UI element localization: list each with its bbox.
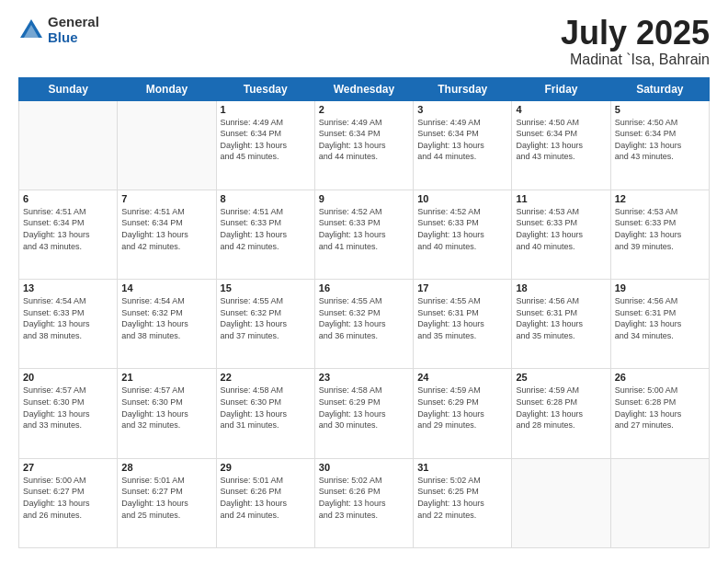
day-info: Sunrise: 4:56 AM Sunset: 6:31 PM Dayligh… (615, 295, 705, 341)
day-info: Sunrise: 4:59 AM Sunset: 6:29 PM Dayligh… (417, 385, 507, 431)
calendar-cell: 30Sunrise: 5:02 AM Sunset: 6:26 PM Dayli… (314, 458, 413, 547)
day-info: Sunrise: 4:55 AM Sunset: 6:31 PM Dayligh… (417, 295, 507, 341)
day-number: 13 (23, 282, 113, 293)
calendar-cell: 11Sunrise: 4:53 AM Sunset: 6:33 PM Dayli… (512, 190, 610, 279)
day-number: 15 (221, 282, 311, 293)
calendar-cell: 17Sunrise: 4:55 AM Sunset: 6:31 PM Dayli… (414, 280, 512, 369)
logo: General Blue (18, 15, 99, 45)
calendar-week-row: 20Sunrise: 4:57 AM Sunset: 6:30 PM Dayli… (19, 369, 710, 458)
weekday-header: Saturday (610, 77, 709, 100)
weekday-header: Thursday (414, 77, 512, 100)
calendar-cell: 23Sunrise: 4:58 AM Sunset: 6:29 PM Dayli… (314, 369, 413, 458)
weekday-header: Tuesday (216, 77, 314, 100)
weekday-header: Wednesday (314, 77, 413, 100)
calendar-cell: 19Sunrise: 4:56 AM Sunset: 6:31 PM Dayli… (610, 280, 709, 369)
title-month: July 2025 (561, 15, 710, 52)
day-number: 29 (221, 462, 311, 473)
day-info: Sunrise: 4:55 AM Sunset: 6:32 PM Dayligh… (221, 295, 311, 341)
day-info: Sunrise: 5:02 AM Sunset: 6:25 PM Dayligh… (417, 475, 507, 521)
calendar-cell (19, 100, 118, 190)
day-number: 5 (615, 104, 705, 115)
day-number: 11 (516, 193, 606, 204)
day-number: 25 (516, 372, 606, 383)
logo-blue: Blue (48, 30, 99, 46)
day-number: 16 (319, 282, 409, 293)
day-info: Sunrise: 4:58 AM Sunset: 6:29 PM Dayligh… (319, 385, 409, 431)
day-number: 18 (516, 282, 606, 293)
day-number: 4 (516, 104, 606, 115)
day-number: 31 (417, 462, 507, 473)
day-info: Sunrise: 4:55 AM Sunset: 6:32 PM Dayligh… (319, 295, 409, 341)
title-location: Madinat `Isa, Bahrain (561, 52, 710, 68)
day-number: 8 (221, 193, 311, 204)
calendar-cell: 31Sunrise: 5:02 AM Sunset: 6:25 PM Dayli… (414, 458, 512, 547)
calendar-cell: 2Sunrise: 4:49 AM Sunset: 6:34 PM Daylig… (314, 100, 413, 190)
day-info: Sunrise: 4:50 AM Sunset: 6:34 PM Dayligh… (615, 117, 705, 163)
calendar-cell: 4Sunrise: 4:50 AM Sunset: 6:34 PM Daylig… (512, 100, 610, 190)
calendar-cell: 5Sunrise: 4:50 AM Sunset: 6:34 PM Daylig… (610, 100, 709, 190)
calendar-body: 1Sunrise: 4:49 AM Sunset: 6:34 PM Daylig… (19, 100, 710, 547)
day-number: 12 (615, 193, 705, 204)
calendar-cell: 6Sunrise: 4:51 AM Sunset: 6:34 PM Daylig… (19, 190, 118, 279)
calendar-cell (118, 100, 216, 190)
calendar-week-row: 6Sunrise: 4:51 AM Sunset: 6:34 PM Daylig… (19, 190, 710, 279)
day-number: 28 (121, 462, 211, 473)
calendar-cell: 8Sunrise: 4:51 AM Sunset: 6:33 PM Daylig… (216, 190, 314, 279)
day-info: Sunrise: 4:58 AM Sunset: 6:30 PM Dayligh… (221, 385, 311, 431)
day-number: 26 (615, 372, 705, 383)
calendar-week-row: 1Sunrise: 4:49 AM Sunset: 6:34 PM Daylig… (19, 100, 710, 190)
day-number: 2 (319, 104, 409, 115)
calendar-cell: 29Sunrise: 5:01 AM Sunset: 6:26 PM Dayli… (216, 458, 314, 547)
calendar-cell: 1Sunrise: 4:49 AM Sunset: 6:34 PM Daylig… (216, 100, 314, 190)
day-info: Sunrise: 4:51 AM Sunset: 6:34 PM Dayligh… (121, 206, 211, 252)
day-number: 21 (121, 372, 211, 383)
logo-general: General (48, 15, 99, 30)
day-info: Sunrise: 4:57 AM Sunset: 6:30 PM Dayligh… (121, 385, 211, 431)
day-number: 6 (23, 193, 113, 204)
calendar-cell: 26Sunrise: 5:00 AM Sunset: 6:28 PM Dayli… (610, 369, 709, 458)
page: General Blue July 2025 Madinat `Isa, Bah… (0, 0, 728, 563)
weekday-header: Monday (118, 77, 216, 100)
calendar-cell: 12Sunrise: 4:53 AM Sunset: 6:33 PM Dayli… (610, 190, 709, 279)
calendar-cell: 15Sunrise: 4:55 AM Sunset: 6:32 PM Dayli… (216, 280, 314, 369)
day-info: Sunrise: 4:54 AM Sunset: 6:32 PM Dayligh… (121, 295, 211, 341)
day-number: 23 (319, 372, 409, 383)
header: General Blue July 2025 Madinat `Isa, Bah… (18, 15, 710, 68)
calendar-cell: 20Sunrise: 4:57 AM Sunset: 6:30 PM Dayli… (19, 369, 118, 458)
logo-text: General Blue (48, 15, 99, 45)
calendar-cell: 18Sunrise: 4:56 AM Sunset: 6:31 PM Dayli… (512, 280, 610, 369)
calendar-cell: 22Sunrise: 4:58 AM Sunset: 6:30 PM Dayli… (216, 369, 314, 458)
day-info: Sunrise: 4:52 AM Sunset: 6:33 PM Dayligh… (319, 206, 409, 252)
weekday-header-row: SundayMondayTuesdayWednesdayThursdayFrid… (19, 77, 710, 100)
calendar-cell: 9Sunrise: 4:52 AM Sunset: 6:33 PM Daylig… (314, 190, 413, 279)
day-info: Sunrise: 4:51 AM Sunset: 6:34 PM Dayligh… (23, 206, 113, 252)
calendar-week-row: 27Sunrise: 5:00 AM Sunset: 6:27 PM Dayli… (19, 458, 710, 547)
day-number: 22 (221, 372, 311, 383)
day-info: Sunrise: 4:56 AM Sunset: 6:31 PM Dayligh… (516, 295, 606, 341)
calendar-cell: 10Sunrise: 4:52 AM Sunset: 6:33 PM Dayli… (414, 190, 512, 279)
calendar-cell: 3Sunrise: 4:49 AM Sunset: 6:34 PM Daylig… (414, 100, 512, 190)
calendar-cell: 21Sunrise: 4:57 AM Sunset: 6:30 PM Dayli… (118, 369, 216, 458)
day-info: Sunrise: 4:59 AM Sunset: 6:28 PM Dayligh… (516, 385, 606, 431)
weekday-header: Sunday (19, 77, 118, 100)
day-number: 1 (221, 104, 311, 115)
day-info: Sunrise: 5:00 AM Sunset: 6:27 PM Dayligh… (23, 475, 113, 521)
day-info: Sunrise: 4:50 AM Sunset: 6:34 PM Dayligh… (516, 117, 606, 163)
calendar-cell: 27Sunrise: 5:00 AM Sunset: 6:27 PM Dayli… (19, 458, 118, 547)
day-info: Sunrise: 5:01 AM Sunset: 6:27 PM Dayligh… (121, 475, 211, 521)
day-number: 3 (417, 104, 507, 115)
calendar-cell (610, 458, 709, 547)
day-number: 9 (319, 193, 409, 204)
day-info: Sunrise: 4:53 AM Sunset: 6:33 PM Dayligh… (516, 206, 606, 252)
day-info: Sunrise: 4:52 AM Sunset: 6:33 PM Dayligh… (417, 206, 507, 252)
calendar-cell (512, 458, 610, 547)
day-number: 20 (23, 372, 113, 383)
day-info: Sunrise: 4:57 AM Sunset: 6:30 PM Dayligh… (23, 385, 113, 431)
day-info: Sunrise: 5:01 AM Sunset: 6:26 PM Dayligh… (221, 475, 311, 521)
day-info: Sunrise: 4:49 AM Sunset: 6:34 PM Dayligh… (319, 117, 409, 163)
day-info: Sunrise: 4:53 AM Sunset: 6:33 PM Dayligh… (615, 206, 705, 252)
day-info: Sunrise: 4:54 AM Sunset: 6:33 PM Dayligh… (23, 295, 113, 341)
calendar-cell: 13Sunrise: 4:54 AM Sunset: 6:33 PM Dayli… (19, 280, 118, 369)
day-number: 27 (23, 462, 113, 473)
day-info: Sunrise: 5:02 AM Sunset: 6:26 PM Dayligh… (319, 475, 409, 521)
